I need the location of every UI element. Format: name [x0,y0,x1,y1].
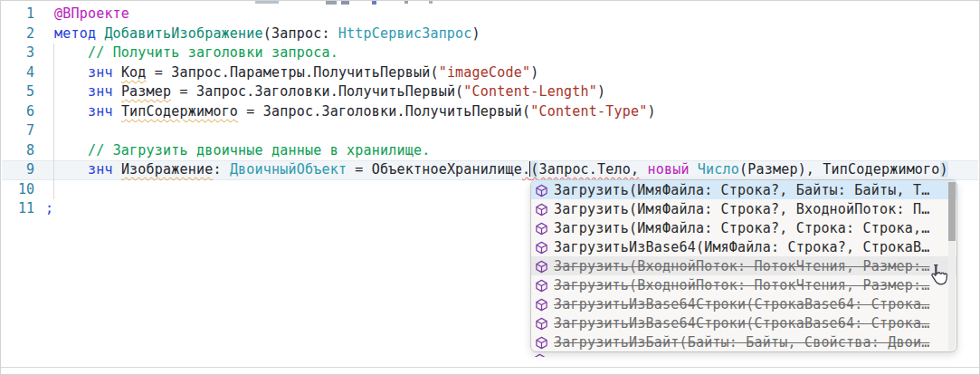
autocomplete-item[interactable]: Загрузить(ИмяФайла: Строка?, Байты: Байт… [531,180,956,199]
code-token: = Запрос.Параметры.ПолучитьПервый( [147,64,439,81]
code-token [54,44,88,61]
code-token: = ОбъектноеХранилище [347,161,522,178]
line-number[interactable]: 7 [1,121,34,141]
autocomplete-item-label: ЗагрузитьИзBase64Строки(СтрокаBase64: Ст… [554,315,929,332]
code-line[interactable]: @ВПроекте [54,5,948,24]
code-token: HttpСервисЗапрос [338,25,472,42]
cube-icon [535,317,548,331]
code-line[interactable]: знч Изображение: ДвоичныйОбъект = Объект… [54,160,948,180]
autocomplete-item[interactable]: ЗагрузитьИзBase64Строки(СтрокаBase64: Ст… [531,294,956,313]
cube-icon [535,336,548,350]
code-token [54,161,88,178]
code-token: ТипСодержимого [121,103,238,120]
cube-icon [535,222,548,236]
line-number[interactable]: 10 [1,180,34,200]
code-token: (Размер), ТипСодержимого [739,161,940,178]
cube-icon [535,203,548,216]
code-line[interactable]: // Получить заголовки запроса. [54,43,948,63]
autocomplete-item-label: Загрузить(ИмяФайла: Строка?, Байты: Байт… [554,182,929,198]
code-token: Число [698,161,739,178]
code-line[interactable]: знч Размер = Запрос.Заголовки.ПолучитьПе… [54,82,948,102]
autocomplete-item-label: Загрузить(ИмяФайла: Строка?, ВходнойПото… [554,201,929,217]
code-token: // Получить заголовки запроса. [88,44,338,61]
code-token: "Content-Type" [530,103,647,120]
mouse-pointer-hand-icon [926,263,949,293]
cube-icon [533,353,545,357]
code-token: Запрос.Тело, [538,161,639,178]
code-token: = Запрос.Заголовки.ПолучитьПервый( [238,103,530,120]
autocomplete-item-label: Загрузить(ИмяФайла: Строка?, Строка: Стр… [554,220,929,236]
code-token: ) [472,25,480,42]
line-number[interactable]: 6 [1,102,34,122]
autocomplete-popup: Загрузить(ИмяФайла: Строка?, Байты: Байт… [530,179,957,352]
autocomplete-item-label: ЗагрузитьИзBase64Строки(СтрокаBase64: Ст… [554,296,929,312]
code-token [54,103,88,120]
cube-icon [535,260,548,274]
line-number[interactable]: 5 [1,82,34,102]
editor-window: 1234567891011 @ВПроектеметод ДобавитьИзо… [0,0,980,375]
autocomplete-item[interactable]: ЗагрузитьИзБайт(Байты: Байты, Свойства: … [531,332,956,351]
autocomplete-item[interactable]: ЗагрузитьИзBase64(ИмяФайла: Строка?, Стр… [531,237,956,256]
cube-icon [535,241,548,255]
code-token: знч [88,83,121,100]
code-token: "imageCode" [439,64,531,81]
line-number[interactable]: 2 [1,24,34,44]
autocomplete-item-label: Загрузить(ВходнойПоток: ПотокЧтения, Раз… [554,277,929,293]
autocomplete-item[interactable]: Загрузить(ИмяФайла: Строка?, ВходнойПото… [531,199,956,218]
code-token [54,142,88,159]
code-token: ) [530,64,538,81]
code-line[interactable]: знч ТипСодержимого = Запрос.Заголовки.По… [54,102,948,122]
line-number[interactable]: 1 [1,5,34,24]
code-token [54,64,88,81]
line-number[interactable]: 11 [1,199,34,219]
cube-icon [535,279,548,293]
code-token: ) [940,161,948,178]
code-token: знч [88,103,121,120]
autocomplete-item-label: ЗагрузитьИзBase64(ИмяФайла: Строка?, Стр… [554,239,929,255]
popup-scrollbar-thumb[interactable] [948,182,956,241]
code-token: ; [45,200,53,216]
code-token: @ВПроекте [54,5,129,22]
code-token: ДвоичныйОбъект [230,161,347,178]
line-number[interactable]: 3 [1,43,34,63]
code-line[interactable]: метод ДобавитьИзображение(Запрос: HttpСе… [54,24,948,44]
code-token: ДобавитьИзображение [104,25,262,42]
window-bottom-separator [1,367,979,368]
code-token: Код [121,64,147,81]
popup-scrollbar[interactable] [948,181,956,351]
code-line[interactable]: // Загрузить двоичные данные в хранилище… [54,141,948,161]
autocomplete-item-label: Загрузить(ВходнойПоток: ПотокЧтения, Раз… [554,258,929,274]
code-token: ) [647,103,655,120]
autocomplete-item-label: ЗагрузитьИзБайт(Байты: Байты, Свойства: … [554,334,929,351]
code-token: Размер [121,83,171,100]
code-token: "Content-Length" [463,83,597,100]
popup-overflow-item-fragment [533,353,545,357]
code-token: // Загрузить двоичные данные в хранилище… [88,142,430,159]
cube-icon [535,184,548,197]
autocomplete-item[interactable]: Загрузить(ВходнойПоток: ПотокЧтения, Раз… [531,275,956,294]
code-token: ) [597,83,605,100]
code-token: знч [88,64,121,81]
toolbar-fragment [429,1,433,4]
code-token: (Запрос: [263,25,338,42]
cube-icon [535,298,548,312]
code-token: метод [54,25,104,42]
code-token: = Запрос.Заголовки.ПолучитьПервый( [171,83,463,100]
code-line[interactable] [54,121,948,141]
toolbar-fragment [404,1,408,4]
autocomplete-list: Загрузить(ИмяФайла: Строка?, Байты: Байт… [531,180,956,351]
line-number-gutter: 1234567891011 [1,5,34,219]
code-token: Изображение [121,161,214,178]
code-line[interactable]: знч Код = Запрос.Параметры.ПолучитьПервы… [54,63,948,83]
code-token: новый [647,161,697,178]
line-number[interactable]: 8 [1,141,34,161]
autocomplete-item[interactable]: Загрузить(ИмяФайла: Строка?, Строка: Стр… [531,218,956,237]
code-token: знч [88,161,121,178]
code-token: : [213,161,229,178]
line-number[interactable]: 9 [1,160,34,180]
autocomplete-item[interactable]: ЗагрузитьИзBase64Строки(СтрокаBase64: Ст… [531,313,956,332]
toolbar-fragment [255,1,279,4]
line-number[interactable]: 4 [1,63,34,83]
code-token [54,83,88,100]
autocomplete-item[interactable]: Загрузить(ВходнойПоток: ПотокЧтения, Раз… [531,256,956,275]
